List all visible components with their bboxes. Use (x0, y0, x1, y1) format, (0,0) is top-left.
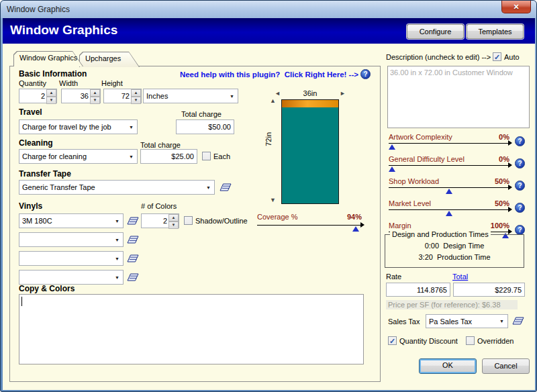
design-time-label: Design Time (443, 242, 484, 250)
material-catalog-icon[interactable] (219, 182, 232, 195)
cancel-button[interactable]: Cancel (482, 358, 530, 374)
copy-colors-heading: Copy & Colors (19, 284, 75, 293)
slider-label: Market Level (389, 199, 431, 207)
slider-label: Artwork Complexity (389, 133, 452, 141)
ok-button[interactable]: OK (419, 358, 477, 374)
material-catalog-icon[interactable] (127, 272, 139, 285)
total-input[interactable]: $229.75 (453, 283, 525, 297)
vinyl-2-dropdown[interactable]: ▼ (19, 232, 124, 247)
cleaning-total-input[interactable]: $25.00 (140, 149, 197, 164)
description-textarea[interactable]: 36.00 in x 72.00 in Customer Window (387, 66, 530, 128)
auto-checkbox[interactable]: ✓ (493, 52, 501, 61)
slider-value: 50% (495, 199, 509, 207)
slider-track[interactable] (389, 187, 509, 195)
slider-marker[interactable] (389, 144, 395, 150)
help-icon[interactable]: ? (515, 158, 525, 168)
shadow-outline-checkbox[interactable] (184, 216, 193, 225)
tab-upcharges[interactable]: Upcharges (79, 52, 140, 67)
description-label: Description (uncheck to edit) --> (386, 53, 491, 61)
width-label: Width (59, 79, 78, 87)
height-stepper[interactable]: 72 ▲▼ (103, 89, 142, 103)
width-stepper[interactable]: 36 ▲▼ (61, 89, 101, 103)
production-time-value: 3:20 (418, 253, 432, 261)
dialog-body: Window Graphics Configure Templates Wind… (3, 18, 535, 390)
each-checkbox[interactable] (202, 152, 211, 160)
travel-total-input[interactable]: $50.00 (176, 119, 234, 134)
transfer-tape-dropdown[interactable]: Generic Transfer Tape ▼ (19, 180, 215, 195)
slider-track-line (389, 209, 509, 210)
slider-marker[interactable] (389, 166, 395, 172)
preview-uncovered-band (282, 100, 338, 107)
width-value[interactable]: 36 (62, 89, 90, 103)
coverage-track[interactable] (257, 225, 362, 232)
slider-arrow-icon (360, 222, 364, 228)
help-link[interactable]: Need help with this plugin? Click Right … (157, 70, 358, 79)
slider-track[interactable] (389, 165, 509, 173)
design-time-row: 0:00 Design Time (385, 242, 524, 250)
spin-up-icon[interactable]: ▲ (90, 89, 100, 97)
sales-tax-dropdown[interactable]: Pa Sales Tax ▼ (426, 314, 508, 328)
material-catalog-icon[interactable] (127, 253, 139, 266)
quantity-stepper[interactable]: 2 ▲▼ (19, 89, 57, 103)
spin-down-icon[interactable]: ▼ (90, 97, 100, 104)
configure-button[interactable]: Configure (407, 24, 464, 39)
spin-up-icon[interactable]: ▲ (46, 89, 56, 97)
preview-height-label: 72in (264, 132, 273, 146)
plugin-header: Window Graphics Configure Templates (3, 18, 535, 44)
help-icon[interactable]: ? (515, 181, 525, 191)
tab-window-graphics[interactable]: Window Graphics (13, 51, 83, 66)
chevron-down-icon: ▼ (129, 125, 137, 130)
spin-down-icon[interactable]: ▼ (168, 222, 179, 229)
vinyl-1-dropdown[interactable]: 3M 180C ▼ (19, 213, 124, 228)
slider-value: 50% (495, 177, 509, 185)
chevron-down-icon: ▼ (206, 185, 214, 190)
num-colors-stepper[interactable]: 2 ▲▼ (141, 213, 179, 228)
production-time-label: Production Time (437, 253, 490, 261)
travel-value: Charge for travel by the job (22, 123, 111, 131)
tab-label: Window Graphics (13, 51, 83, 62)
chevron-down-icon: ▼ (115, 219, 123, 224)
spin-up-icon[interactable]: ▲ (168, 214, 179, 222)
material-catalog-icon[interactable] (127, 234, 139, 247)
total-link[interactable]: Total (452, 273, 468, 281)
slider-track[interactable] (389, 209, 509, 217)
basic-info-heading: Basic Information (19, 69, 87, 79)
vinyl-4-dropdown[interactable]: ▼ (19, 270, 124, 285)
spin-down-icon[interactable]: ▼ (46, 97, 56, 104)
quantity-discount-checkbox[interactable]: ✓ (388, 336, 397, 345)
material-catalog-icon[interactable] (512, 315, 524, 328)
help-icon[interactable]: ? (360, 69, 371, 79)
help-icon[interactable]: ? (515, 203, 525, 213)
times-groupbox: Design and Production Times 0:00 Design … (385, 234, 524, 268)
templates-button[interactable]: Templates (467, 24, 524, 39)
spin-up-icon[interactable]: ▲ (131, 89, 141, 97)
slider-marker[interactable] (446, 211, 452, 216)
slider-track[interactable] (389, 143, 509, 150)
cleaning-dropdown[interactable]: Charge for cleaning ▼ (19, 149, 138, 164)
artwork-complexity-slider: Artwork Complexity 0% (389, 133, 509, 150)
vinyl-3-dropdown[interactable]: ▼ (19, 251, 124, 266)
overridden-checkbox[interactable] (466, 336, 475, 345)
slider-marker[interactable] (446, 189, 452, 194)
slider-track-line (389, 143, 509, 144)
travel-dropdown[interactable]: Charge for travel by the job ▼ (19, 119, 138, 134)
general-difficulty-slider: General Difficulty Level 0% (389, 155, 509, 173)
titlebar[interactable]: Window Graphics ✕ (1, 1, 536, 18)
quantity-value[interactable]: 2 (19, 89, 46, 103)
coverage-value: 94% (347, 213, 362, 221)
num-colors-value[interactable]: 2 (142, 214, 168, 228)
help-icon[interactable]: ? (515, 225, 525, 235)
units-dropdown[interactable]: Inches ▼ (143, 89, 238, 103)
slider-arrow-icon (508, 207, 512, 212)
rate-input[interactable]: 114.8765 (386, 283, 450, 297)
copy-colors-textarea[interactable] (19, 294, 364, 364)
coverage-marker[interactable] (352, 226, 359, 232)
help-icon[interactable]: ? (515, 136, 525, 146)
transfer-tape-value: Generic Transfer Tape (22, 183, 95, 191)
spin-down-icon[interactable]: ▼ (131, 97, 141, 104)
height-value[interactable]: 72 (104, 89, 131, 103)
close-button[interactable]: ✕ (501, 1, 531, 13)
quantity-label: Quantity (19, 79, 46, 87)
material-catalog-icon[interactable] (127, 215, 139, 228)
arrow-up-icon: ▲ (270, 97, 276, 104)
